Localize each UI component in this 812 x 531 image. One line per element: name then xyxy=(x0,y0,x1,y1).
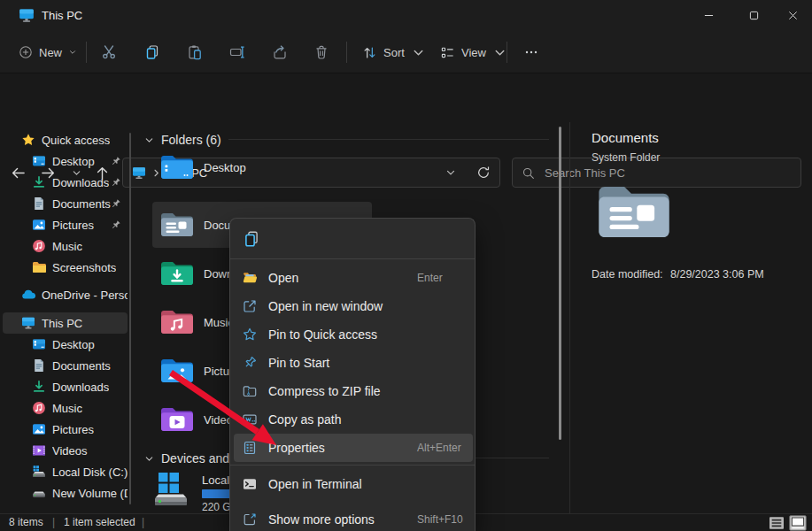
view-icon xyxy=(440,45,455,60)
collapse-chevron-icon[interactable] xyxy=(143,453,155,465)
content-scrollbar[interactable] xyxy=(559,127,561,440)
menu-item-label: Pin to Quick access xyxy=(268,327,377,342)
sidebar-item-label: Pictures xyxy=(52,423,94,436)
sidebar-item-local-disk-c[interactable]: Local Disk (C:) xyxy=(3,461,128,482)
cut-button[interactable] xyxy=(91,38,127,66)
menu-item-shortcut: Enter xyxy=(417,272,443,284)
folder-item-desktop[interactable]: Desktop xyxy=(137,144,556,190)
menu-item-label: Copy as path xyxy=(268,412,342,427)
preview-pane: Documents System Folder Date modified: 8… xyxy=(570,122,812,513)
menu-item-open-in-new-window[interactable]: Open in new window xyxy=(234,292,473,320)
new-window-icon xyxy=(242,298,258,314)
sidebar-item-label: This PC xyxy=(42,317,82,330)
sidebar-item-music[interactable]: Music xyxy=(3,235,128,257)
pictures-icon xyxy=(32,422,46,436)
star-outline-icon xyxy=(242,327,258,342)
preview-subtitle: System Folder xyxy=(592,151,660,164)
delete-button[interactable] xyxy=(304,38,339,66)
sidebar-scrollbar[interactable] xyxy=(129,133,131,504)
properties-icon xyxy=(242,440,258,456)
sidebar-item-new-volume-d[interactable]: New Volume (D: xyxy=(3,482,128,504)
maximize-button[interactable] xyxy=(733,0,774,31)
sidebar-item-documents[interactable]: Documents xyxy=(3,355,128,376)
preview-folder-icon xyxy=(595,179,673,245)
sidebar-item-screenshots[interactable]: Screenshots xyxy=(3,257,128,278)
rename-button[interactable] xyxy=(220,38,255,66)
folder-downloads-icon xyxy=(159,258,195,289)
new-button[interactable]: New xyxy=(11,38,85,66)
menu-item-label: Open xyxy=(268,271,298,285)
menu-item-properties[interactable]: PropertiesAlt+Enter xyxy=(234,434,473,462)
status-divider: | xyxy=(142,514,144,531)
toolbar-divider xyxy=(507,42,507,63)
pin-icon xyxy=(110,177,121,189)
monitor-icon xyxy=(21,316,35,330)
sort-button[interactable]: Sort xyxy=(353,38,435,66)
pictures-icon xyxy=(32,218,46,232)
sidebar-item-music[interactable]: Music xyxy=(3,397,128,419)
sidebar-item-pictures[interactable]: Pictures xyxy=(3,419,128,440)
sidebar-item-downloads[interactable]: Downloads xyxy=(3,376,128,397)
menu-item-open-in-terminal[interactable]: Open in Terminal xyxy=(234,468,473,500)
menu-item-compress-to-zip-file[interactable]: Compress to ZIP file xyxy=(234,377,473,405)
new-button-label: New xyxy=(39,46,62,59)
sidebar-item-pictures[interactable]: Pictures xyxy=(3,214,128,235)
sidebar-item-downloads[interactable]: Downloads xyxy=(3,172,128,193)
sidebar-item-label: Screenshots xyxy=(52,261,116,274)
pin-icon xyxy=(110,219,121,231)
chevron-down-icon xyxy=(68,48,77,57)
large-icons-view-button[interactable] xyxy=(789,515,807,531)
cut-icon xyxy=(101,44,117,60)
menu-item-show-more-options[interactable]: Show more optionsShift+F10 xyxy=(234,504,473,531)
menu-item-label: Compress to ZIP file xyxy=(268,384,381,398)
menu-item-pin-to-quick-access[interactable]: Pin to Quick access xyxy=(234,320,473,349)
copy-button[interactable] xyxy=(135,38,170,66)
folder-pictures-icon xyxy=(159,356,195,386)
more-options-icon xyxy=(242,512,258,527)
sidebar-item-this-pc[interactable]: This PC xyxy=(3,312,128,334)
pin-icon xyxy=(110,156,121,167)
sidebar-item-documents[interactable]: Documents xyxy=(3,193,128,214)
menu-item-pin-to-start[interactable]: Pin to Start xyxy=(234,349,473,377)
star-icon xyxy=(21,133,35,147)
share-icon xyxy=(272,44,288,60)
selection-count: 1 item selected xyxy=(64,514,135,531)
menu-item-open[interactable]: OpenEnter xyxy=(234,264,473,292)
menu-item-label: Properties xyxy=(268,441,325,455)
share-button[interactable] xyxy=(262,38,298,66)
sidebar-item-desktop[interactable]: Desktop xyxy=(3,334,128,355)
desktop-icon xyxy=(32,154,46,168)
file-explorer-window: This PC New Sort View xyxy=(0,0,812,531)
sort-button-label: Sort xyxy=(383,46,405,59)
pin-icon xyxy=(110,198,121,210)
sidebar-item-desktop[interactable]: Desktop xyxy=(3,150,128,172)
sidebar-item-videos[interactable]: Videos xyxy=(3,440,128,461)
videos-icon xyxy=(32,443,46,458)
navigation-bar: This PC xyxy=(0,74,812,122)
menu-item-label: Open in Terminal xyxy=(268,477,362,491)
desktop-icon xyxy=(32,337,46,351)
window-title: This PC xyxy=(42,9,82,22)
open-folder-icon xyxy=(242,270,258,286)
sidebar-item-onedrive-person[interactable]: OneDrive - Person xyxy=(3,284,128,305)
plus-icon xyxy=(19,45,33,59)
sidebar-item-quick-access[interactable]: Quick access xyxy=(3,129,128,150)
sidebar-item-label: Videos xyxy=(52,444,88,458)
document-icon xyxy=(32,358,46,373)
delete-icon xyxy=(313,44,329,60)
view-button[interactable]: View xyxy=(431,38,516,66)
folder-desktop-icon xyxy=(159,152,195,182)
see-more-button[interactable] xyxy=(514,38,549,66)
minimize-button[interactable] xyxy=(688,0,729,31)
drive-windows-small-icon xyxy=(32,465,46,479)
paste-button[interactable] xyxy=(177,38,213,66)
folder-documents-icon xyxy=(159,210,195,240)
copy-quick-button[interactable] xyxy=(237,225,266,252)
details-view-button[interactable] xyxy=(768,516,785,530)
maximize-icon xyxy=(749,11,759,20)
preview-title: Documents xyxy=(592,130,659,145)
view-button-label: View xyxy=(461,46,486,59)
menu-item-copy-as-path[interactable]: Copy as path xyxy=(234,405,473,434)
close-button[interactable] xyxy=(772,0,812,31)
navigation-pane: Quick accessDesktopDownloadsDocumentsPic… xyxy=(0,124,135,513)
